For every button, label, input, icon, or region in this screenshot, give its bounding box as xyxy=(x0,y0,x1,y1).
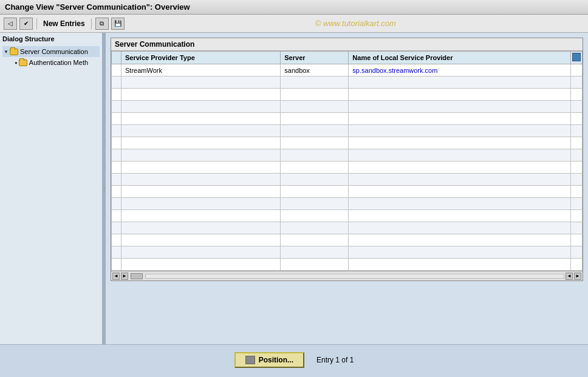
row-selector-cell[interactable] xyxy=(112,198,121,210)
table-row[interactable] xyxy=(112,198,583,210)
table-row[interactable] xyxy=(112,210,583,222)
position-button[interactable]: Position... xyxy=(234,352,304,368)
cell-name-local-service xyxy=(349,161,571,174)
table-row[interactable] xyxy=(112,174,583,186)
table-row[interactable] xyxy=(112,137,583,149)
cell-name-local-service xyxy=(349,76,571,89)
row-selector-cell[interactable] xyxy=(112,259,121,271)
watermark: © www.tutorialkart.com xyxy=(127,19,584,28)
cell-server xyxy=(281,125,349,137)
scroll-track-horizontal xyxy=(145,274,564,279)
row-selector-cell[interactable] xyxy=(112,174,121,186)
table-row[interactable] xyxy=(112,101,583,113)
save-button[interactable]: 💾 xyxy=(111,18,125,30)
page-title: Change View "Server Communication": Over… xyxy=(5,2,190,12)
scroll-thumb-horizontal[interactable] xyxy=(131,273,143,279)
row-selector-cell[interactable] xyxy=(112,149,121,161)
row-selector-cell[interactable] xyxy=(112,76,121,89)
scroll-left-button[interactable]: ◄ xyxy=(112,273,120,280)
cell-server xyxy=(281,210,349,222)
cell-server xyxy=(281,222,349,234)
table-section-header: Server Communication xyxy=(111,38,583,51)
main-content: Dialog Structure ▼ Server Communication … xyxy=(0,33,588,344)
tree-dot-auth: ● xyxy=(15,60,18,66)
cell-name-local-service xyxy=(349,149,571,161)
cell-name-local-service xyxy=(349,222,571,234)
row-selector-cell[interactable] xyxy=(112,246,121,259)
cell-empty xyxy=(571,246,583,259)
table-row[interactable] xyxy=(112,246,583,259)
table-row[interactable] xyxy=(112,222,583,234)
col-settings-header[interactable] xyxy=(571,52,583,64)
col-name-local-service: Name of Local Service Provider xyxy=(349,52,571,64)
cell-empty xyxy=(571,259,583,271)
new-entries-label[interactable]: New Entries xyxy=(41,18,87,29)
col-server: Server xyxy=(281,52,349,64)
row-selector-cell[interactable] xyxy=(112,113,121,125)
cell-name-local-service xyxy=(349,259,571,271)
row-selector-cell[interactable] xyxy=(112,64,121,76)
back-button[interactable]: ◁ xyxy=(4,18,17,30)
cell-empty xyxy=(571,137,583,149)
row-selector-cell[interactable] xyxy=(112,101,121,113)
table-row[interactable] xyxy=(112,161,583,174)
table-row[interactable]: StreamWorksandboxsp.sandbox.streamwork.c… xyxy=(112,64,583,76)
table-row[interactable] xyxy=(112,113,583,125)
cell-empty xyxy=(571,210,583,222)
row-selector-cell[interactable] xyxy=(112,161,121,174)
cell-server xyxy=(281,161,349,174)
column-settings-icon[interactable] xyxy=(572,53,581,61)
bottom-bar: Position... Entry 1 of 1 xyxy=(0,344,588,375)
folder-icon-server xyxy=(10,47,18,56)
row-selector-cell[interactable] xyxy=(112,210,121,222)
row-selector-cell[interactable] xyxy=(112,222,121,234)
cell-service-provider-type xyxy=(121,149,281,161)
cell-service-provider-type xyxy=(121,222,281,234)
entry-count: Entry 1 of 1 xyxy=(316,356,354,364)
name-local-service-link[interactable]: sp.sandbox.streamwork.com xyxy=(352,67,437,74)
cell-service-provider-type xyxy=(121,259,281,271)
position-icon xyxy=(245,356,255,364)
table-row[interactable] xyxy=(112,259,583,271)
row-selector-cell[interactable] xyxy=(112,125,121,137)
cell-empty xyxy=(571,174,583,186)
row-selector-cell[interactable] xyxy=(112,186,121,198)
scroll-far-right[interactable]: ► xyxy=(574,273,581,280)
cell-server xyxy=(281,234,349,246)
table-row[interactable] xyxy=(112,89,583,101)
sidebar-item-server-communication[interactable]: ▼ Server Communication xyxy=(2,46,100,57)
row-selector-cell[interactable] xyxy=(112,137,121,149)
cell-name-local-service xyxy=(349,186,571,198)
cell-server xyxy=(281,89,349,101)
table-row[interactable] xyxy=(112,76,583,89)
table-row[interactable] xyxy=(112,234,583,246)
table-row[interactable] xyxy=(112,149,583,161)
sidebar-item-authentication-meth[interactable]: ● Authentication Meth xyxy=(2,57,100,68)
row-selector-cell[interactable] xyxy=(112,89,121,101)
cell-server xyxy=(281,101,349,113)
cell-service-provider-type: StreamWork xyxy=(121,64,281,76)
row-selector-cell[interactable] xyxy=(112,234,121,246)
cell-empty xyxy=(571,76,583,89)
sidebar-label-authentication: Authentication Meth xyxy=(29,59,88,66)
cell-server: sandbox xyxy=(281,64,349,76)
cell-service-provider-type xyxy=(121,101,281,113)
check-button[interactable]: ✔ xyxy=(19,18,33,30)
cell-service-provider-type xyxy=(121,210,281,222)
cell-empty xyxy=(571,234,583,246)
cell-service-provider-type xyxy=(121,198,281,210)
cell-service-provider-type xyxy=(121,246,281,259)
scroll-right-button-inner[interactable]: ► xyxy=(121,273,128,280)
copy-button[interactable]: ⧉ xyxy=(95,18,109,30)
table-row[interactable] xyxy=(112,186,583,198)
table-row[interactable] xyxy=(112,125,583,137)
panel-resizer[interactable] xyxy=(103,33,106,344)
server-communication-table: Service Provider Type Server Name of Loc… xyxy=(111,51,583,271)
scroll-far-left[interactable]: ◄ xyxy=(566,273,573,280)
title-bar: Change View "Server Communication": Over… xyxy=(0,0,588,15)
cell-service-provider-type xyxy=(121,89,281,101)
cell-empty xyxy=(571,222,583,234)
cell-service-provider-type xyxy=(121,113,281,125)
cell-server xyxy=(281,174,349,186)
cell-service-provider-type xyxy=(121,137,281,149)
